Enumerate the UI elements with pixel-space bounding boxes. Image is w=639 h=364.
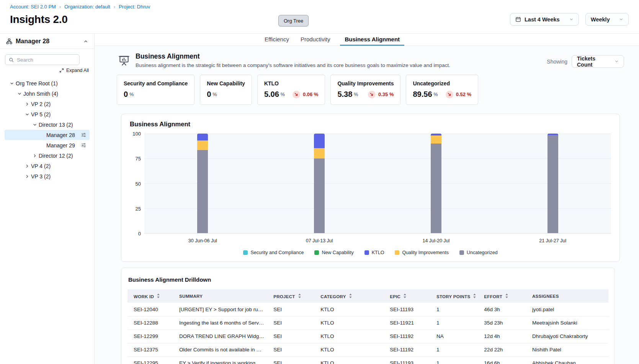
chevron-down-icon	[619, 17, 623, 21]
chevron-down-icon[interactable]	[25, 112, 31, 117]
column-header-effort[interactable]: EFFORT	[479, 289, 528, 303]
chevron-right-icon[interactable]	[25, 174, 31, 179]
tree-item-john-smith-4[interactable]: John Smith (4)	[5, 88, 90, 99]
tab-productivity[interactable]: Productivity	[299, 34, 332, 46]
chevron-down-icon[interactable]	[10, 81, 16, 86]
search-input[interactable]	[17, 57, 76, 63]
breadcrumb-link-project[interactable]: Project: Dhruv	[119, 4, 150, 10]
tree-item-label: Org Tree Root (1)	[16, 80, 58, 87]
tree-item-vp-5-2[interactable]: VP 5 (2)	[5, 109, 90, 119]
table-header-row: WORK IDSUMMARYPROJECTCATEGORYEPICSTORY P…	[127, 289, 608, 303]
column-header-category[interactable]: CATEGORY	[316, 289, 385, 303]
legend-item-new-capability[interactable]: New Capability	[314, 250, 353, 255]
legend-swatch	[314, 250, 319, 255]
legend-label: Security and Compliance	[250, 250, 304, 255]
period-select[interactable]: Last 4 Weeks	[510, 13, 579, 26]
cell-category: KTLO	[316, 356, 385, 364]
tree-item-director-13-2[interactable]: Director 13 (2)	[5, 119, 90, 130]
legend-swatch	[459, 250, 464, 255]
kpi-card-uncategorized: Uncategorized89.56%0.52 %	[406, 75, 478, 105]
x-tick-label: 07 Jul-13 Jul	[261, 238, 378, 243]
topbar: Account: SEI 2.0 PM›Organization: defaul…	[0, 0, 639, 34]
tree-item-label: VP 5 (2)	[31, 111, 51, 118]
cell-category: KTLO	[316, 316, 385, 330]
tree-item-vp-4-2[interactable]: VP 4 (2)	[5, 161, 90, 171]
showing-select[interactable]: Tickets Count	[572, 55, 624, 68]
org-tree-button[interactable]: Org Tree	[278, 15, 309, 26]
kpi-trend-value: 0.52 %	[456, 91, 471, 97]
drilldown-card: Business Alignment Drilldown WORK IDSUMM…	[121, 268, 615, 364]
tree-item-manager-28[interactable]: Manager 28	[5, 130, 90, 140]
kpi-trend-value: 0.35 %	[378, 91, 394, 97]
chevron-right-icon[interactable]	[33, 153, 39, 158]
bar-14-jul-20-jul[interactable]	[431, 134, 441, 233]
column-header-work-id[interactable]: WORK ID	[127, 289, 175, 303]
table-row[interactable]: SEI-12375Older Commits is not available …	[127, 343, 608, 356]
table-row[interactable]: SEI-12288Ingesting the last 6 months of …	[127, 316, 608, 330]
table-row[interactable]: SEI-12295EY > Verify if ingestion is wor…	[127, 356, 608, 364]
tree-item-manager-29[interactable]: Manager 29	[5, 140, 90, 150]
calendar-icon	[515, 16, 521, 22]
tree-item-label: VP 4 (2)	[31, 163, 51, 169]
breadcrumb-separator: ›	[59, 4, 61, 10]
legend-item-uncategorized[interactable]: Uncategorized	[459, 250, 498, 255]
kpi-label: Uncategorized	[413, 80, 471, 87]
cell-category: KTLO	[316, 330, 385, 343]
tree-item-org-tree-root-1[interactable]: Org Tree Root (1)	[5, 78, 90, 88]
column-header-story-points[interactable]: STORY POINTS	[432, 289, 479, 303]
legend-item-quality-improvements[interactable]: Quality Improvements	[395, 250, 449, 255]
kpi-row: Security and Compliance0%New Capability0…	[117, 75, 639, 105]
kpi-label: KTLO	[264, 80, 319, 87]
legend-label: KTLO	[372, 250, 384, 255]
chevron-right-icon[interactable]	[25, 102, 31, 106]
breadcrumb-link-account[interactable]: Account: SEI 2.0 PM	[10, 4, 56, 10]
table-row[interactable]: SEI-12299DORA TREND LINE GRAPH Widgets i…	[127, 330, 608, 343]
tree-item-director-12-2[interactable]: Director 12 (2)	[5, 150, 90, 161]
trend-down-icon	[368, 91, 376, 98]
header-controls: Last 4 Weeks Weekly	[510, 13, 629, 26]
cell-story-points: 1	[432, 316, 479, 330]
cell-category: KTLO	[316, 343, 385, 356]
table-row[interactable]: SEI-12040[URGENT] EY > Support for job r…	[127, 303, 608, 316]
cell-work-id: SEI-12375	[127, 343, 175, 356]
column-header-label: EFFORT	[484, 294, 502, 299]
column-header-epic[interactable]: EPIC	[385, 289, 432, 303]
chevron-down-icon[interactable]	[33, 122, 39, 127]
cell-story-points: 1	[432, 303, 479, 316]
drilldown-title: Business Alignment Drilldown	[128, 276, 608, 283]
trend-down-icon	[446, 91, 453, 98]
breadcrumb-link-organization[interactable]: Organization: default	[64, 4, 110, 10]
bar-segment-ktlo	[314, 134, 325, 148]
x-tick-label: 21 Jul-27 Jul	[494, 238, 611, 243]
column-header-label: PROJECT	[273, 294, 295, 299]
cell-project: SEI	[269, 303, 316, 316]
sort-icon	[154, 294, 160, 298]
sidebar-header: Manager 28	[0, 34, 94, 49]
legend-item-security-and-compliance[interactable]: Security and Compliance	[243, 250, 304, 255]
tree-item-vp-3-2[interactable]: VP 3 (2)	[5, 171, 90, 181]
cell-epic: SEI-11921	[385, 316, 432, 330]
kpi-value: 0	[207, 90, 211, 99]
bar-30-jun-06-jul[interactable]	[197, 134, 208, 233]
granularity-select[interactable]: Weekly	[585, 13, 629, 26]
tree-item-vp-2-2[interactable]: VP 2 (2)	[5, 99, 90, 109]
expand-all-button[interactable]: Expand All	[0, 68, 89, 73]
cell-effort: 16d 6h	[479, 356, 528, 364]
bar-07-jul-13-jul[interactable]	[314, 134, 325, 233]
chevron-down-icon[interactable]	[17, 91, 23, 96]
chevron-up-icon[interactable]	[83, 39, 88, 44]
column-header-project[interactable]: PROJECT	[269, 289, 316, 303]
breadcrumb-separator: ›	[114, 4, 115, 10]
legend-item-ktlo[interactable]: KTLO	[364, 250, 384, 255]
tab-efficiency[interactable]: Efficiency	[263, 34, 291, 46]
sliders-icon[interactable]	[81, 142, 87, 148]
kpi-card-new-capability: New Capability0%	[200, 75, 252, 105]
tab-business-alignment[interactable]: Business Alignment	[340, 34, 404, 46]
tree-item-label: Manager 28	[46, 132, 75, 138]
legend-swatch	[395, 250, 399, 255]
chevron-right-icon[interactable]	[25, 164, 31, 168]
kpi-trend-badge: 0.52 %	[438, 91, 471, 98]
cell-summary: Older Commits is not available in SEI - …	[175, 343, 269, 356]
bar-21-jul-27-jul[interactable]	[547, 134, 558, 233]
sliders-icon[interactable]	[81, 132, 87, 138]
